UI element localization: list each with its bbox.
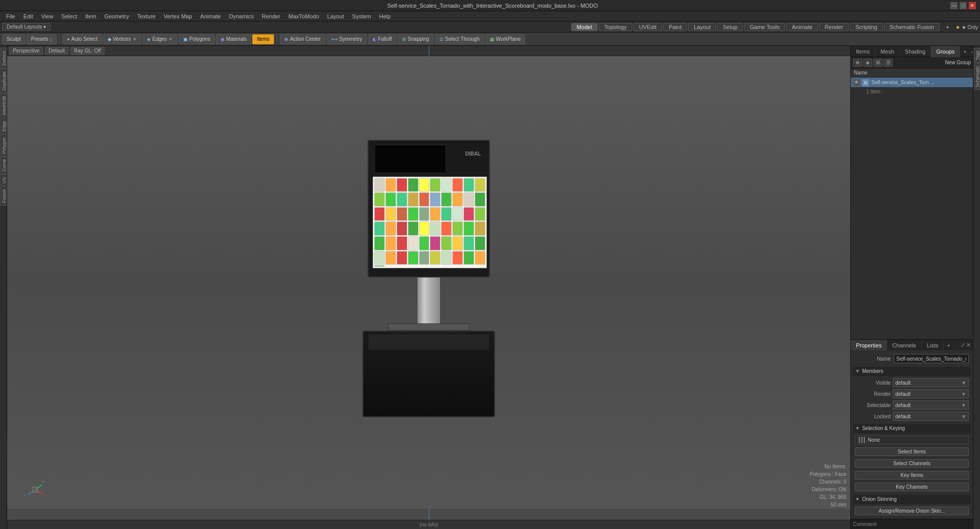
right-panel-tree[interactable]: 👁 G Self-service_Scales_Torn ... 1 Item <box>851 78 973 209</box>
vtab-schematic[interactable]: Schematic <box>974 63 980 90</box>
edges-button[interactable]: ◈ Edges ▼ <box>142 34 177 44</box>
command-input[interactable] <box>878 521 971 527</box>
vtab-tags[interactable]: Tags <box>974 48 980 63</box>
layout-tab-uvedit[interactable]: UVEdit <box>633 23 662 31</box>
name-input[interactable] <box>894 354 969 363</box>
sidebar-tab-fusion[interactable]: Fusion <box>1 187 7 206</box>
menu-item-render[interactable]: Render <box>258 11 284 21</box>
rp-tab-groups[interactable]: Groups <box>931 46 960 57</box>
key-channels-button[interactable]: Key Channels <box>855 483 969 491</box>
none-button[interactable]: None <box>855 436 969 444</box>
star-only-btn[interactable]: ★ ★ Only <box>955 24 978 30</box>
key-item <box>419 221 430 236</box>
menu-item-file[interactable]: File <box>2 11 19 21</box>
layout-tab-paint[interactable]: Paint <box>663 23 687 31</box>
layout-tab-schematic-fusion[interactable]: Schematic Fusion <box>884 23 940 31</box>
falloff-button[interactable]: ◐ Falloff <box>368 34 397 44</box>
auto-select-button[interactable]: ● Auto Select <box>62 34 102 44</box>
menu-item-geometry[interactable]: Geometry <box>100 11 133 21</box>
menu-item-layout[interactable]: Layout <box>323 11 348 21</box>
minimize-button[interactable]: — <box>950 2 958 9</box>
group-icon: G <box>862 79 869 86</box>
bp-icon-close[interactable]: ✕ <box>966 342 971 348</box>
sidebar-tab-deform[interactable]: Deform <box>1 48 7 68</box>
items-button[interactable]: Items <box>252 34 274 44</box>
rp-tab-add[interactable]: + <box>960 48 969 55</box>
raygl-button[interactable]: Ray GL: Off <box>70 47 105 55</box>
render-dropdown[interactable]: default ▼ <box>893 389 969 398</box>
layout-tab-scripting[interactable]: Scripting <box>850 23 883 31</box>
action-center-button[interactable]: ⊕ Action Center <box>280 34 326 44</box>
onion-skinning-section[interactable]: ▼ Onion Skinning <box>853 495 971 504</box>
layout-tab-topology[interactable]: Topology <box>599 23 632 31</box>
sidebar-tab-edge[interactable]: Edge <box>1 118 7 134</box>
tree-item-group[interactable]: 👁 G Self-service_Scales_Torn ... <box>851 78 973 88</box>
window-controls[interactable]: — □ ✕ <box>950 2 976 9</box>
bp-icon-expand[interactable]: ⤢ <box>961 342 965 348</box>
maximize-button[interactable]: □ <box>960 2 967 9</box>
menu-item-select[interactable]: Select <box>57 11 81 21</box>
default-button[interactable]: Default <box>45 47 68 55</box>
materials-button[interactable]: ◉ Materials <box>216 34 252 44</box>
menu-item-dynamics[interactable]: Dynamics <box>225 11 258 21</box>
bp-tab-lists[interactable]: Lists <box>922 340 944 351</box>
command-bar: Command <box>851 519 973 529</box>
menu-item-view[interactable]: View <box>37 11 58 21</box>
select-through-button[interactable]: ⊡ Select Through <box>435 34 484 44</box>
tab-add-btn[interactable]: + <box>946 24 949 30</box>
key-items-button[interactable]: Key Items <box>855 471 969 480</box>
layout-tab-layout[interactable]: Layout <box>688 23 716 31</box>
layout-dropdown[interactable]: Default Layouts ▾ <box>2 23 51 31</box>
layout-tab-game-tools[interactable]: Game Tools <box>744 23 786 31</box>
os-label: Onion Skinning <box>862 496 897 502</box>
select-items-button[interactable]: Select Items <box>855 447 969 456</box>
rp-tool-1[interactable]: ⊕ <box>853 59 862 67</box>
bp-tab-channels[interactable]: Channels <box>887 340 921 351</box>
visible-dropdown[interactable]: default ▼ <box>893 378 969 387</box>
sidebar-tab-meshedit[interactable]: MeshEdit <box>1 93 7 118</box>
members-section[interactable]: ▼ Members <box>853 367 971 376</box>
layout-tab-setup[interactable]: Setup <box>717 23 743 31</box>
rp-tab-shading[interactable]: Shading <box>900 46 931 57</box>
sidebar-tab-duplicate[interactable]: Duplicate <box>1 69 7 93</box>
selection-keying-section[interactable]: ▼ Selection & Keying <box>853 424 971 433</box>
bp-tab-add[interactable]: + <box>944 342 953 348</box>
vertices-button[interactable]: ◆ Vertices ▼ <box>103 34 142 44</box>
workplane-button[interactable]: ▦ WorkPlane <box>485 34 526 44</box>
assign-onion-button[interactable]: Assign/Remove Onion Skin... <box>855 507 969 515</box>
bp-tab-properties[interactable]: Properties <box>851 340 887 351</box>
toolbar-sep-2 <box>277 35 277 44</box>
menu-item-system[interactable]: System <box>348 11 375 21</box>
layout-tab-render[interactable]: Render <box>819 23 849 31</box>
visibility-toggle[interactable]: 👁 <box>853 79 860 86</box>
rp-tool-4[interactable]: ☰ <box>884 59 893 67</box>
rp-tool-3[interactable]: ⊞ <box>873 59 883 67</box>
sidebar-tab-curve[interactable]: Curve <box>1 157 7 174</box>
locked-dropdown[interactable]: default ▼ <box>893 412 969 421</box>
menu-item-help[interactable]: Help <box>375 11 395 21</box>
symmetry-button[interactable]: ⟺ Symmetry <box>327 34 367 44</box>
close-button[interactable]: ✕ <box>969 2 976 9</box>
perspective-button[interactable]: Perspective <box>9 47 43 55</box>
layout-tab-animate[interactable]: Animate <box>786 23 818 31</box>
rp-tab-items[interactable]: Items <box>851 46 875 57</box>
menu-item-item[interactable]: Item <box>81 11 100 21</box>
menu-item-maxtomodo[interactable]: MaxToModo <box>284 11 323 21</box>
select-channels-button[interactable]: Select Channels <box>855 459 969 468</box>
menu-item-edit[interactable]: Edit <box>19 11 37 21</box>
selectable-dropdown[interactable]: default ▼ <box>893 400 969 410</box>
sculpt-button[interactable]: Sculpt <box>2 34 26 44</box>
menu-item-vertex map[interactable]: Vertex Map <box>160 11 197 21</box>
polygons-button[interactable]: ▣ Polygons <box>179 34 215 44</box>
rp-tool-2[interactable]: ◈ <box>863 59 872 67</box>
sidebar-tab-polygon[interactable]: Polygon <box>1 135 7 157</box>
menu-item-animate[interactable]: Animate <box>196 11 225 21</box>
menu-item-texture[interactable]: Texture <box>133 11 160 21</box>
presets-button[interactable]: Presets || <box>27 34 57 44</box>
viewport-canvas[interactable]: DIBAL <box>7 56 850 509</box>
new-group-button[interactable]: New Group <box>945 60 971 65</box>
layout-tab-model[interactable]: Model <box>571 23 598 31</box>
sidebar-tab-uv[interactable]: UV <box>1 174 7 186</box>
rp-tab-mesh[interactable]: Mesh ... <box>875 46 900 57</box>
snapping-button[interactable]: ⊞ Snapping <box>398 34 434 44</box>
